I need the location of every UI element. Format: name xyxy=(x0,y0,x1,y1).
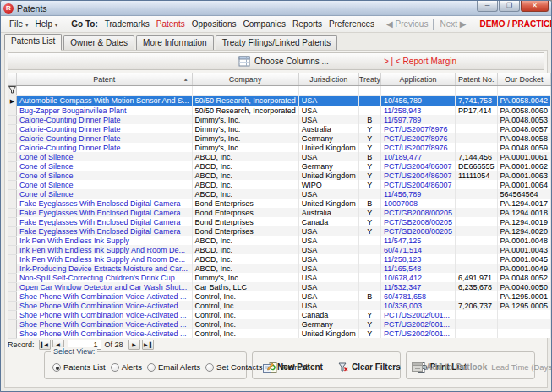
column-header-patent[interactable]: Patent▲ xyxy=(17,74,193,85)
patent-link[interactable]: Open Car Window Detector and Car Wash Sh… xyxy=(17,282,193,291)
table-row[interactable]: Fake Eyeglasses With Enclosed Digital Ca… xyxy=(8,199,552,208)
table-row[interactable]: Calorie-Counting Dinner PlateDimmy's, In… xyxy=(8,124,552,133)
patent-link[interactable]: Ink-Producing Device Extracts Moisture a… xyxy=(17,264,193,273)
patent-link[interactable]: Shoe Phone With Combination Voice-Activa… xyxy=(17,310,193,319)
row-selector-cell[interactable] xyxy=(8,264,17,273)
table-row[interactable]: Cone of SilenceABCD, Inc.United KingdomY… xyxy=(8,171,552,180)
row-selector-cell[interactable] xyxy=(8,236,17,245)
application-link[interactable]: 11/547,125 xyxy=(380,236,455,245)
record-search-input[interactable] xyxy=(433,19,434,30)
menu-reports[interactable]: Reports xyxy=(289,18,325,30)
application-link[interactable]: 11/532,347 xyxy=(380,282,455,291)
menu-patents[interactable]: Patents xyxy=(153,18,189,30)
application-link[interactable]: 11/597,789 xyxy=(380,115,455,124)
patent-link[interactable]: Ink Pen With Endless Ink Supply And Room… xyxy=(17,254,193,264)
table-row[interactable]: Calorie-Counting Dinner PlateDimmy's, In… xyxy=(8,143,552,152)
table-row[interactable]: Shoe Phone With Combination Voice-Activa… xyxy=(8,301,552,310)
patent-link[interactable]: Shoe Phone With Combination Voice-Activa… xyxy=(17,291,193,301)
clear-filters-button[interactable]: Clear Filters xyxy=(335,361,404,374)
report-margin-control[interactable]: > | < Report Margin xyxy=(384,57,456,66)
radio-email-alerts[interactable]: Email Alerts xyxy=(147,362,200,372)
table-row[interactable]: Non-Spill Self-Correcting Children's Dri… xyxy=(8,273,552,282)
row-selector-cell[interactable] xyxy=(8,199,17,208)
row-selector-cell[interactable] xyxy=(8,124,17,133)
row-selector-cell[interactable] xyxy=(8,291,17,301)
column-header-treaty[interactable]: Treaty xyxy=(358,74,380,85)
column-header-patent-no[interactable]: Patent No. xyxy=(455,74,497,85)
row-selector-cell[interactable] xyxy=(8,180,17,189)
row-selector-cell[interactable] xyxy=(8,143,17,152)
patent-link[interactable]: Ink Pen With Endless Ink Supply And Room… xyxy=(17,245,193,254)
table-row[interactable]: Shoe Phone With Combination Voice-Activa… xyxy=(8,291,552,301)
row-selector-cell[interactable] xyxy=(8,273,17,282)
row-selector-cell[interactable] xyxy=(8,254,17,264)
application-link[interactable]: 10/678,412 xyxy=(380,273,455,282)
application-link[interactable]: 60/471,514 xyxy=(380,245,455,254)
patent-link[interactable]: Calorie-Counting Dinner Plate xyxy=(17,124,193,133)
filter-input-patent[interactable] xyxy=(17,85,193,95)
row-selector-cell[interactable] xyxy=(8,115,17,124)
patent-link[interactable]: Shoe Phone With Combination Voice-Activa… xyxy=(17,329,193,338)
row-selector-cell[interactable] xyxy=(8,226,17,236)
previous-button[interactable]: ◀ Previous xyxy=(385,18,429,30)
patent-link[interactable]: Non-Spill Self-Correcting Children's Dri… xyxy=(17,273,193,282)
table-row[interactable]: Bug-Zapper Bougainvillea Plant50/50 Rese… xyxy=(8,106,552,115)
table-row[interactable]: Shoe Phone With Combination Voice-Activa… xyxy=(8,329,552,338)
application-link[interactable]: PCT/US2002/001... xyxy=(380,310,455,319)
row-selector-cell[interactable] xyxy=(8,161,17,171)
menu-companies[interactable]: Companies xyxy=(240,18,290,30)
table-row[interactable]: Cone of SilenceABCD, Inc.USA11/456,78956… xyxy=(8,189,552,199)
row-selector-cell[interactable] xyxy=(8,189,17,199)
application-link[interactable]: PCT/GB2008/00205 xyxy=(380,217,455,226)
row-selector-cell[interactable] xyxy=(8,245,17,254)
application-link[interactable]: 10/336,003 xyxy=(380,301,455,310)
filter-input-company[interactable] xyxy=(192,85,298,95)
table-row[interactable]: ▶Automobile Compass With Motion Sensor A… xyxy=(8,95,552,106)
patent-link[interactable]: Calorie-Counting Dinner Plate xyxy=(17,143,193,152)
patent-link[interactable]: Cone of Silence xyxy=(17,161,193,171)
application-link[interactable]: PCT/US2004/86007 xyxy=(380,161,455,171)
row-selector-cell[interactable]: ▶ xyxy=(8,95,17,106)
table-row[interactable]: Fake Eyeglasses With Enclosed Digital Ca… xyxy=(8,208,552,217)
close-button[interactable]: ✕ xyxy=(521,1,549,12)
row-selector-cell[interactable] xyxy=(8,133,17,143)
application-link[interactable]: 10/456,789 xyxy=(380,95,455,106)
application-link[interactable]: PCT/US2007/8976 xyxy=(380,133,455,143)
column-header-application[interactable]: Application xyxy=(380,74,455,85)
application-link[interactable]: PCT/US2004/86007 xyxy=(380,180,455,189)
patent-link[interactable]: Ink Pen With Endless Ink Supply xyxy=(17,236,193,245)
patent-link[interactable]: Cone of Silence xyxy=(17,189,193,199)
patent-link[interactable]: Cone of Silence xyxy=(17,180,193,189)
table-row[interactable]: Cone of SilenceABCD, Inc.WIPOYPCT/US2004… xyxy=(8,180,552,189)
row-selector-cell[interactable] xyxy=(8,217,17,226)
menu-oppositions[interactable]: Oppositions xyxy=(189,18,240,30)
restore-button[interactable]: ❐ xyxy=(499,1,520,12)
row-selector-cell[interactable] xyxy=(8,152,17,161)
row-selector-cell[interactable] xyxy=(8,319,17,329)
minimize-button[interactable]: ─ xyxy=(477,1,498,12)
table-row[interactable]: Fake Eyeglasses With Enclosed Digital Ca… xyxy=(8,226,552,236)
row-selector-cell[interactable] xyxy=(8,282,17,291)
application-link[interactable]: PCT/US2002/001... xyxy=(380,319,455,329)
patent-link[interactable]: Cone of Silence xyxy=(17,171,193,180)
row-selector-cell[interactable] xyxy=(8,106,17,115)
table-row[interactable]: Fake Eyeglasses With Enclosed Digital Ca… xyxy=(8,217,552,226)
table-row[interactable]: Open Car Window Detector and Car Wash Sh… xyxy=(8,282,552,291)
application-link[interactable]: PCT/US2007/8976 xyxy=(380,143,455,152)
menu-help[interactable]: Help ▾ xyxy=(31,18,61,30)
application-link[interactable]: 11/258,943 xyxy=(380,106,455,115)
tab-more-information[interactable]: More Information xyxy=(136,35,214,50)
patent-link[interactable]: Fake Eyeglasses With Enclosed Digital Ca… xyxy=(17,226,193,236)
add-to-outlook-button[interactable]: Add to Outlook xyxy=(412,362,487,373)
application-link[interactable]: PCT/GB2008/00205 xyxy=(380,208,455,217)
menu-preferences[interactable]: Preferences xyxy=(325,18,378,30)
next-button[interactable]: Next ▶ xyxy=(438,18,467,30)
table-row[interactable]: Shoe Phone With Combination Voice-Activa… xyxy=(8,310,552,319)
application-link[interactable]: 60/4781,658 xyxy=(380,291,455,301)
filter-input-treaty[interactable] xyxy=(358,85,380,95)
filter-input-our-docket[interactable] xyxy=(497,85,550,95)
row-selector-cell[interactable] xyxy=(8,208,17,217)
radio-patents-list[interactable]: Patents List xyxy=(52,362,106,372)
patent-link[interactable]: Fake Eyeglasses With Enclosed Digital Ca… xyxy=(17,208,193,217)
row-selector-cell[interactable] xyxy=(8,310,17,319)
